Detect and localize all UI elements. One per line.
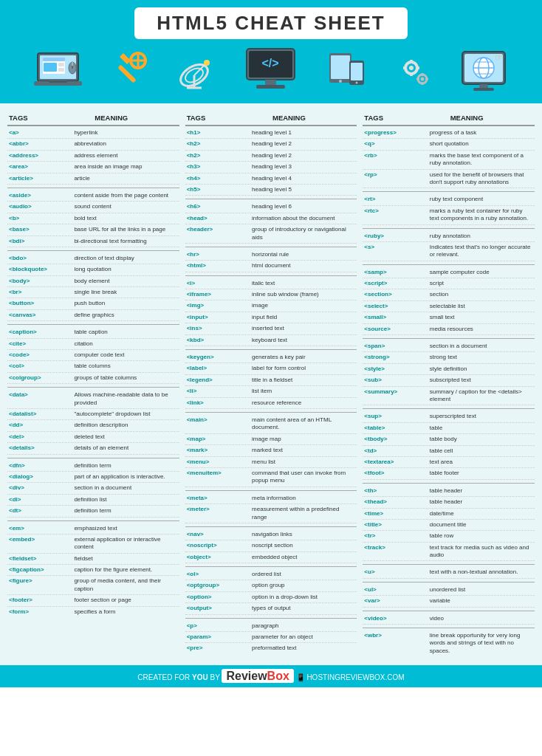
row-a: <a>hyperlink: [7, 128, 179, 139]
row-thead: <thead>table header: [363, 497, 535, 508]
svg-rect-42: [422, 73, 424, 76]
row-object: <object>embedded object: [185, 552, 357, 563]
svg-point-41: [421, 78, 425, 81]
row-ins: <ins>inserted text: [185, 323, 357, 334]
row-source: <source>media resources: [363, 324, 535, 335]
row-dfn: <dfn>definition term: [7, 461, 179, 472]
page-footer: CREATED FOR YOU BY ReviewBox 📱 HOSTINGRE…: [0, 665, 542, 687]
row-h6: <h6>heading level 6: [185, 202, 357, 213]
code-monitor-icon: </>: [243, 45, 302, 103]
row-td: <td>table cell: [363, 446, 535, 457]
section-1-meaning-header: MEANING: [93, 112, 179, 125]
row-th: <th>table header: [363, 486, 535, 497]
svg-rect-27: [256, 85, 285, 89]
row-h4: <h4>heading level 4: [185, 173, 357, 185]
svg-point-33: [355, 82, 357, 84]
row-tfoot: <tfoot>table footer: [363, 468, 535, 479]
svg-text:</>: </>: [262, 57, 279, 69]
row-li: <li>list item: [185, 386, 357, 397]
svg-rect-53: [479, 84, 488, 88]
row-datalist: <datalist>"autocomplete" dropdown list: [7, 409, 179, 420]
row-body: <body>body element: [7, 276, 179, 287]
row-script: <script>script: [363, 278, 535, 289]
row-nav: <nav>navigation links: [185, 529, 357, 540]
svg-rect-11: [49, 80, 67, 83]
section-2-meaning-header: MEANING: [271, 112, 357, 125]
row-meta: <meta>meta information: [185, 493, 357, 504]
row-strong: <strong>strong text: [363, 352, 535, 363]
row-var: <var>variable: [363, 596, 535, 607]
row-dialog: <dialog>part of an application is intera…: [7, 472, 179, 483]
satellite-icon: [176, 49, 220, 103]
svg-rect-54: [473, 88, 494, 91]
row-map: <map>image map: [185, 434, 357, 445]
svg-marker-12: [120, 53, 131, 64]
row-label: <label>label for form control: [185, 363, 357, 374]
row-area: <area>area inside an image map: [7, 162, 179, 173]
laptop-icon: [34, 49, 86, 103]
row-param: <param>parameter for an object: [185, 632, 357, 643]
row-span: <span>section in a document: [363, 341, 535, 352]
row-tr: <tr>table row: [363, 531, 535, 542]
svg-point-35: [409, 66, 414, 70]
row-del: <del>deleted text: [7, 432, 179, 443]
section-1: TAGS MEANING <a>hyperlink <abbr>abbrevia…: [7, 112, 179, 656]
page-header: HTML5 CHEAT SHEET: [0, 0, 542, 103]
page-title: HTML5 CHEAT SHEET: [157, 12, 385, 35]
row-img: <img>image: [185, 300, 357, 312]
row-textarea: <textarea>text area: [363, 457, 535, 468]
brand-name: ReviewBox: [222, 669, 293, 683]
row-header: <header>group of introductory or navigat…: [185, 224, 357, 244]
row-samp: <samp>sample computer code: [363, 267, 535, 278]
row-ul: <ul>unordered list: [363, 585, 535, 596]
row-address: <address>address element: [7, 151, 179, 162]
svg-rect-4: [44, 63, 57, 72]
row-colgroup: <colgroup>groups of table columns: [7, 373, 179, 384]
globe-icon: ☞: [460, 46, 508, 103]
row-caption: <caption>table caption: [7, 327, 179, 338]
svg-rect-39: [416, 66, 419, 69]
svg-rect-26: [265, 80, 276, 85]
svg-rect-32: [351, 63, 363, 80]
row-pre: <pre>preformatted text: [185, 643, 357, 653]
main-content: TAGS MEANING <a>hyperlink <abbr>abbrevia…: [0, 103, 542, 665]
svg-rect-44: [416, 78, 419, 80]
row-main: <main>main content area of an HTML docum…: [185, 415, 357, 434]
row-dt: <dt>definition term: [7, 506, 179, 517]
row-div: <div>section in a document: [7, 483, 179, 494]
row-wbr: <wbr>line break opportunity for very lon…: [363, 630, 535, 656]
svg-rect-6: [58, 68, 64, 72]
row-input: <input>input field: [185, 312, 357, 323]
page-wrapper: HTML5 CHEAT SHEET: [0, 0, 542, 687]
section-2-header: TAGS MEANING: [185, 112, 357, 126]
row-sub: <sub>subscripted text: [363, 375, 535, 386]
row-h5: <h5>heading level 5: [185, 185, 357, 196]
row-bdo: <bdo>direction of text display: [7, 253, 179, 264]
row-form: <form>specifies a form: [7, 607, 179, 617]
row-q: <q>short quotation: [363, 139, 535, 150]
row-article: <article>article: [7, 173, 179, 185]
row-embed: <embed>external application or interacti…: [7, 535, 179, 554]
svg-rect-37: [410, 72, 413, 76]
row-hr: <hr>horizontal rule: [185, 250, 357, 261]
row-rb: <rb>marks the base text component of a r…: [363, 151, 535, 170]
row-i: <i>italic text: [185, 278, 357, 289]
row-canvas: <canvas>define graphics: [7, 310, 179, 321]
row-tbody: <tbody>table body: [363, 434, 535, 445]
section-3: TAGS MEANING <progress>progress of a tas…: [363, 112, 535, 656]
row-noscript: <noscript>noscript section: [185, 540, 357, 551]
row-menuitem: <menuitem>command that user can invoke f…: [185, 468, 357, 487]
row-optgroup: <optgroup>option group: [185, 580, 357, 591]
tools-icon: [109, 49, 153, 103]
row-ruby: <ruby>ruby annotation: [363, 231, 535, 242]
row-base: <base>base URL for all the links in a pa…: [7, 224, 179, 236]
row-mark: <mark>marked text: [185, 445, 357, 456]
row-small: <small>small text: [363, 312, 535, 323]
row-fieldset: <fieldset>fieldset: [7, 554, 179, 565]
row-figcaption: <figcaption>caption for the figure eleme…: [7, 565, 179, 576]
svg-point-20: [204, 60, 210, 66]
row-ol: <ol>ordered list: [185, 569, 357, 580]
row-em: <em>emphasized text: [7, 523, 179, 535]
row-figure: <figure>group of media content, and thei…: [7, 576, 179, 595]
row-h3: <h3>heading level 3: [185, 162, 357, 173]
